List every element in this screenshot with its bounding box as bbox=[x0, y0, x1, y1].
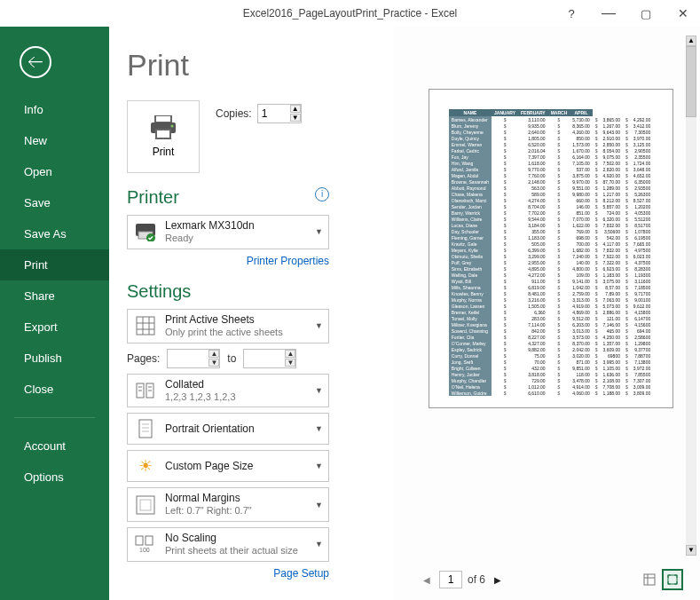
prev-page-button[interactable]: ◀ bbox=[420, 575, 434, 585]
printer-selector[interactable]: Lexmark MX310dn Ready ▼ bbox=[127, 215, 329, 249]
svg-rect-24 bbox=[136, 536, 143, 545]
zoom-to-page-button[interactable] bbox=[663, 570, 682, 589]
pages-to-label: to bbox=[227, 352, 236, 365]
sidebar-item-print[interactable]: Print bbox=[0, 249, 109, 280]
print-scope-secondary: Only print the active sheets bbox=[165, 327, 323, 339]
chevron-down-icon: ▼ bbox=[315, 501, 323, 509]
close-icon[interactable]: ✕ bbox=[672, 6, 695, 20]
scroll-thumb[interactable] bbox=[686, 46, 696, 117]
copies-spin-up[interactable]: ▲ bbox=[290, 105, 301, 113]
svg-rect-2 bbox=[156, 130, 170, 138]
collate-secondary: 1,2,3 1,2,3 1,2,3 bbox=[165, 391, 323, 404]
svg-rect-22 bbox=[137, 496, 154, 514]
printer-heading: Printer bbox=[127, 187, 179, 208]
scroll-up-icon[interactable]: ▲ bbox=[686, 36, 696, 46]
margins-icon bbox=[133, 494, 158, 516]
sheets-icon bbox=[133, 315, 158, 336]
settings-heading: Settings bbox=[127, 281, 329, 302]
page-title: Print bbox=[127, 48, 393, 83]
sidebar-item-account[interactable]: Account bbox=[0, 430, 109, 462]
margins-primary: Normal Margins bbox=[165, 492, 323, 505]
svg-rect-25 bbox=[146, 536, 153, 545]
show-margins-button[interactable] bbox=[640, 570, 659, 589]
scaling-primary: No Scaling bbox=[165, 532, 323, 545]
titlebar: Excel2016_PageLayoutPrint_Practice - Exc… bbox=[0, 0, 700, 27]
chevron-down-icon: ▼ bbox=[315, 227, 323, 236]
collate-selector[interactable]: Collated 1,2,3 1,2,3 1,2,3 ▼ bbox=[127, 374, 329, 408]
pages-label: Pages: bbox=[127, 352, 160, 365]
svg-text:100: 100 bbox=[139, 547, 150, 553]
scaling-selector[interactable]: 100 No Scaling Print sheets at their act… bbox=[127, 527, 329, 562]
print-preview-pane: NAMEJANUARYFEBRUARYMARCHAPRILBarnes, Ale… bbox=[393, 27, 700, 600]
next-page-button[interactable]: ▶ bbox=[491, 575, 505, 585]
page-number-input[interactable] bbox=[439, 571, 462, 588]
sidebar-item-info[interactable]: Info bbox=[0, 94, 109, 125]
paper-primary: Custom Page Size bbox=[165, 460, 323, 473]
pages-to-up[interactable]: ▲ bbox=[285, 350, 295, 358]
scroll-down-icon[interactable]: ▼ bbox=[686, 545, 696, 556]
maximize-icon[interactable]: ▢ bbox=[634, 7, 657, 20]
orientation-selector[interactable]: Portrait Orientation ▼ bbox=[127, 413, 329, 445]
sidebar-item-share[interactable]: Share bbox=[0, 280, 109, 312]
margins-selector[interactable]: Normal Margins Left: 0.7" Right: 0.7" ▼ bbox=[127, 487, 329, 522]
printer-status: Ready bbox=[165, 233, 323, 245]
print-scope-primary: Print Active Sheets bbox=[165, 313, 323, 327]
sidebar-item-options[interactable]: Options bbox=[0, 462, 109, 493]
orientation-primary: Portrait Orientation bbox=[165, 422, 323, 436]
minimize-icon[interactable]: — bbox=[597, 5, 620, 21]
print-button-label: Print bbox=[153, 146, 175, 158]
preview-scrollbar[interactable]: ▲ ▼ bbox=[686, 36, 696, 556]
chevron-down-icon: ▼ bbox=[315, 386, 323, 395]
scaling-secondary: Print sheets at their actual size bbox=[165, 545, 323, 557]
sidebar-item-save-as[interactable]: Save As bbox=[0, 218, 109, 249]
page-preview: NAMEJANUARYFEBRUARYMARCHAPRILBarnes, Ale… bbox=[429, 89, 673, 408]
print-button[interactable]: Print bbox=[127, 100, 200, 173]
copies-spin-down[interactable]: ▼ bbox=[290, 114, 301, 122]
chevron-down-icon: ▼ bbox=[315, 424, 323, 433]
pages-from-down[interactable]: ▼ bbox=[208, 359, 219, 367]
svg-rect-27 bbox=[644, 574, 655, 585]
page-count-label: of 6 bbox=[468, 573, 485, 586]
info-icon[interactable]: i bbox=[315, 187, 329, 201]
sidebar-item-save[interactable]: Save bbox=[0, 187, 109, 218]
printer-device-icon bbox=[133, 222, 158, 241]
svg-rect-0 bbox=[155, 115, 171, 122]
help-icon[interactable]: ? bbox=[560, 7, 583, 20]
printer-icon bbox=[148, 115, 178, 140]
collate-primary: Collated bbox=[165, 378, 323, 391]
portrait-icon bbox=[133, 418, 158, 439]
sidebar-item-close[interactable]: Close bbox=[0, 374, 109, 405]
collate-icon bbox=[133, 381, 158, 400]
printer-name: Lexmark MX310dn bbox=[165, 219, 323, 233]
sidebar-item-export[interactable]: Export bbox=[0, 312, 109, 343]
sidebar-item-open[interactable]: Open bbox=[0, 156, 109, 187]
scaling-icon: 100 bbox=[133, 534, 158, 554]
chevron-down-icon: ▼ bbox=[315, 462, 323, 470]
sidebar-item-publish[interactable]: Publish bbox=[0, 343, 109, 374]
chevron-down-icon: ▼ bbox=[315, 540, 323, 549]
chevron-down-icon: ▼ bbox=[315, 321, 323, 330]
margins-secondary: Left: 0.7" Right: 0.7" bbox=[165, 505, 323, 517]
svg-rect-18 bbox=[139, 420, 152, 438]
sun-icon: ☀ bbox=[133, 456, 158, 476]
svg-rect-30 bbox=[668, 575, 677, 584]
pages-from-up[interactable]: ▲ bbox=[208, 350, 219, 358]
print-scope-selector[interactable]: Print Active Sheets Only print the activ… bbox=[127, 309, 329, 343]
svg-rect-7 bbox=[137, 317, 154, 335]
svg-rect-23 bbox=[140, 500, 151, 510]
copies-label: Copies: bbox=[216, 107, 252, 120]
window-title: Excel2016_PageLayoutPrint_Practice - Exc… bbox=[243, 7, 457, 20]
arrow-left-icon: 🡠 bbox=[28, 53, 43, 72]
sidebar-item-new[interactable]: New bbox=[0, 125, 109, 156]
pages-to-down[interactable]: ▼ bbox=[285, 359, 295, 367]
printer-properties-link[interactable]: Printer Properties bbox=[127, 255, 329, 267]
paper-size-selector[interactable]: ☀ Custom Page Size ▼ bbox=[127, 450, 329, 482]
print-settings-pane: Print Print Copies: ▲ ▼ bbox=[109, 27, 393, 600]
svg-point-3 bbox=[171, 125, 174, 128]
backstage-sidebar: 🡠 InfoNewOpenSaveSave AsPrintShareExport… bbox=[0, 27, 109, 600]
page-setup-link[interactable]: Page Setup bbox=[127, 567, 329, 580]
back-button[interactable]: 🡠 bbox=[20, 46, 51, 78]
